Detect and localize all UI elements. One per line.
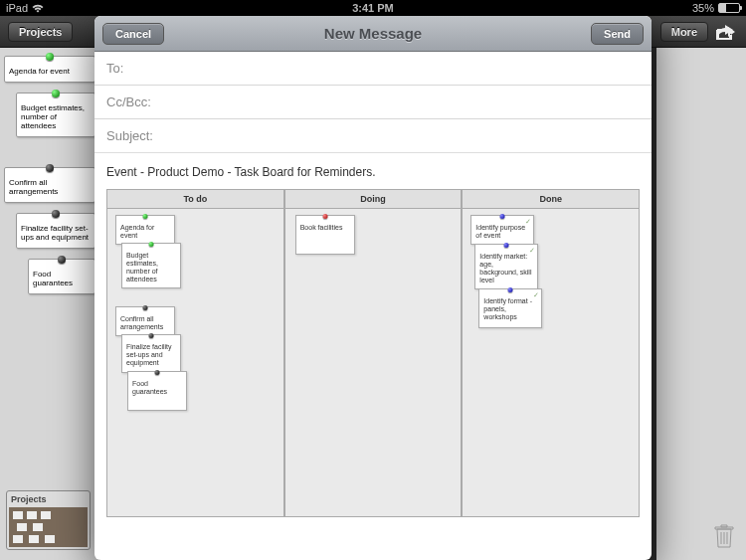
projects-thumbnail[interactable]: Projects [6,490,91,550]
pin-icon [322,214,327,219]
check-icon: ✓ [533,291,539,299]
task-card: Agenda for event [115,215,175,245]
task-card: Food guarantees [127,371,187,411]
task-card: Confirm all arrangements [115,306,175,336]
message-body[interactable]: Event - Product Demo - Task Board for Re… [94,153,652,560]
column-header: Doing [285,190,462,209]
new-message-modal: Cancel New Message Send To: Cc/Bcc: Subj… [94,16,652,560]
column-doing: Doing Book facilities [285,190,464,516]
compose-fields: To: Cc/Bcc: Subject: [94,52,652,153]
bg-card[interactable]: Agenda for event [4,56,95,83]
device-label: iPad [6,2,28,14]
column-header: Done [463,190,639,209]
pin-icon [52,90,60,97]
to-field[interactable]: To: [94,52,652,86]
task-card: Budget estimates, number of attendees [121,243,181,288]
task-card: ✓ Identify purpose of event [470,215,534,245]
trash-icon[interactable] [714,524,734,548]
bg-board-right [656,48,746,560]
task-card: ✓ Identify format - panels, workshops [478,288,542,328]
battery-pct: 35% [692,2,714,14]
check-icon: ✓ [529,247,535,255]
status-bar: iPad 3:41 PM 35% [0,0,746,16]
battery-icon [718,3,740,13]
body-title: Event - Product Demo - Task Board for Re… [106,165,640,179]
pin-icon [52,210,60,218]
task-board-embed: To do Agenda for event Budget estimates,… [106,189,640,517]
pin-icon [46,53,54,61]
pin-icon [143,214,148,219]
column-header: To do [107,190,283,209]
task-card: ✓ Identify market: age, background, skil… [474,244,538,289]
pin-icon [155,370,160,375]
projects-button[interactable]: Projects [8,22,73,42]
pin-icon [149,333,154,338]
bg-card[interactable]: Confirm all arrangements [4,167,95,203]
pin-icon [500,214,505,219]
pin-icon [504,243,509,248]
pin-icon [46,164,54,172]
cancel-button[interactable]: Cancel [102,23,164,45]
bg-board-left: Agenda for event Budget estimates, numbe… [0,48,99,560]
cc-bcc-field[interactable]: Cc/Bcc: [94,86,652,119]
bg-card[interactable]: Food guarantees [28,259,95,294]
subject-field[interactable]: Subject: [94,119,652,152]
check-icon: ✓ [525,218,531,226]
modal-header: Cancel New Message Send [94,16,652,52]
column-todo: To do Agenda for event Budget estimates,… [107,190,285,516]
pin-icon [58,256,66,264]
pin-icon [149,242,154,247]
wifi-icon [32,4,44,13]
modal-title: New Message [324,25,422,42]
pin-icon [143,305,148,310]
task-card: Book facilities [295,215,355,255]
more-button[interactable]: More [660,22,708,42]
send-button[interactable]: Send [591,23,644,45]
task-card: Finalize facility set-ups and equipment [121,334,181,372]
bg-card[interactable]: Finalize facility set-ups and equipment [16,213,95,249]
column-done: Done ✓ Identify purpose of event ✓ Ident… [463,190,639,516]
status-time: 3:41 PM [352,2,394,14]
bg-card[interactable]: Budget estimates, number of attendees [16,93,95,137]
share-icon[interactable] [714,22,738,42]
pin-icon [508,287,513,292]
